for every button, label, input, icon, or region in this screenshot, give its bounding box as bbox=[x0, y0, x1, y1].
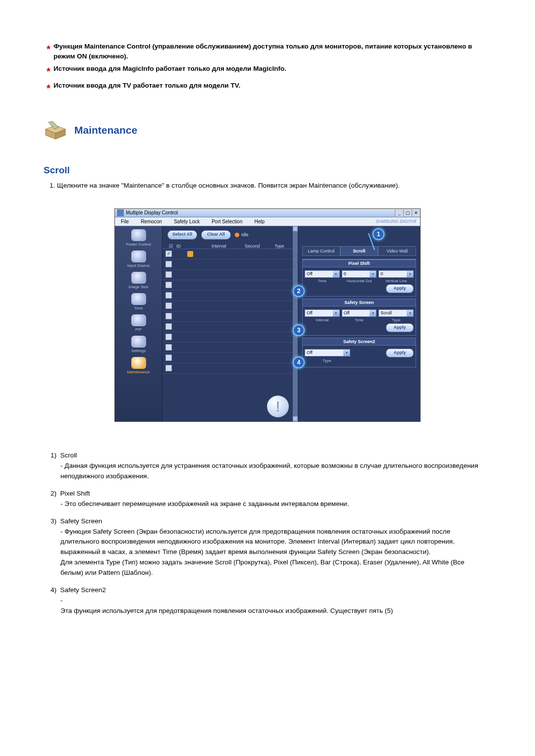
tab-video-wall[interactable]: Video Wall bbox=[378, 246, 416, 256]
panel-head-safety-screen2: Safety Screen2 bbox=[302, 338, 416, 346]
right-panel: 1 Lamp Control Scroll Video Wall Pixel S… bbox=[298, 226, 420, 421]
chevron-down-icon: ▾ bbox=[370, 271, 376, 277]
chevron-down-icon: ▾ bbox=[343, 350, 350, 356]
table-row[interactable] bbox=[162, 363, 293, 374]
row-checkbox[interactable] bbox=[165, 354, 172, 361]
sidebar-item-time[interactable]: Time bbox=[131, 293, 146, 310]
close-icon[interactable]: ✕ bbox=[412, 209, 420, 216]
window-title-bar: Multiple Display Control _ ▢ ✕ bbox=[115, 209, 420, 217]
sidebar-item-power[interactable]: Power Control bbox=[126, 229, 151, 247]
safety-interval-select[interactable]: Off▾ bbox=[305, 309, 340, 317]
row-checkbox[interactable] bbox=[165, 251, 172, 257]
callout-4: 4 bbox=[293, 356, 305, 368]
step-1: 1. Щелкните на значке "Maintenance" в ст… bbox=[50, 181, 491, 191]
menu-safety-lock[interactable]: Safety Lock bbox=[168, 217, 206, 226]
row-checkbox[interactable] bbox=[165, 323, 172, 330]
tab-scroll[interactable]: Scroll bbox=[340, 246, 378, 256]
clear-all-button[interactable]: Clear All bbox=[201, 230, 231, 240]
callout-3: 3 bbox=[293, 324, 305, 336]
sidebar-item-pip[interactable]: PIP bbox=[131, 314, 146, 332]
table-row[interactable] bbox=[162, 301, 293, 311]
definition-list: 1) Scroll - Данная функция используется … bbox=[48, 452, 487, 616]
center-pane: Select All Clear All Idle ☑ ID Interval bbox=[162, 226, 293, 421]
definition-item: 2) Pixel Shift - Это обеспечивает переме… bbox=[51, 490, 487, 509]
idle-status: Idle bbox=[235, 232, 249, 237]
chevron-down-icon: ▾ bbox=[333, 310, 339, 316]
callout-1: 1 bbox=[373, 228, 384, 240]
row-checkbox[interactable] bbox=[165, 344, 172, 351]
menu-help[interactable]: Help bbox=[248, 217, 270, 226]
grid-header: ☑ ID Interval Second Type bbox=[162, 244, 293, 249]
grid-body bbox=[162, 249, 293, 389]
table-row[interactable] bbox=[162, 270, 293, 280]
callout-2: 2 bbox=[293, 285, 305, 297]
safety-time-select[interactable]: Off▾ bbox=[342, 309, 377, 317]
tab-lamp-control[interactable]: Lamp Control bbox=[302, 246, 340, 256]
apply-button[interactable]: Apply bbox=[386, 349, 414, 357]
definition-item: 1) Scroll - Данная функция используется … bbox=[51, 452, 487, 482]
sidebar-item-settings[interactable]: Settings bbox=[131, 336, 146, 353]
pixel-shift-v-select[interactable]: 0▾ bbox=[378, 270, 414, 278]
note-text: Источник ввода для MagicInfo работает то… bbox=[54, 64, 491, 74]
maintenance-icon bbox=[44, 120, 67, 140]
table-row[interactable] bbox=[162, 259, 293, 270]
brand-label: SAMSUNG DIGITAll bbox=[372, 217, 420, 226]
maximize-icon[interactable]: ▢ bbox=[403, 209, 412, 216]
panel-safety-screen: 3 Off▾ Off▾ Scroll▾ Interval Time Type bbox=[302, 306, 416, 336]
table-row[interactable] bbox=[162, 249, 293, 259]
safety-type-select[interactable]: Scroll▾ bbox=[378, 309, 414, 317]
app-icon bbox=[117, 209, 124, 216]
star-icon: * bbox=[44, 81, 54, 96]
row-checkbox[interactable] bbox=[165, 365, 172, 371]
row-checkbox[interactable] bbox=[165, 334, 172, 340]
chevron-down-icon: ▾ bbox=[370, 310, 376, 316]
sidebar-item-input[interactable]: Input Source bbox=[127, 251, 150, 268]
panel-pixel-shift: 2 Off▾ 0▾ 0▾ Time Horizontal Dot Vertica… bbox=[302, 267, 416, 297]
row-checkbox[interactable] bbox=[165, 313, 172, 319]
subsection-title: Scroll bbox=[44, 165, 491, 176]
minimize-icon[interactable]: _ bbox=[395, 209, 403, 216]
row-checkbox[interactable] bbox=[165, 282, 172, 288]
table-row[interactable] bbox=[162, 343, 293, 353]
safety2-type-select[interactable]: Off▾ bbox=[305, 349, 350, 356]
definition-item: 4) Safety Screen2 - Эта функция использу… bbox=[51, 586, 487, 616]
window-title: Multiple Display Control bbox=[126, 210, 178, 215]
panel-head-pixel-shift: Pixel Shift bbox=[302, 259, 416, 267]
sidebar-item-image-size[interactable]: Image Size bbox=[128, 272, 148, 289]
panel-safety-screen2: 4 Off▾ Apply Type bbox=[302, 346, 416, 367]
table-row[interactable] bbox=[162, 291, 293, 301]
status-icon bbox=[187, 251, 193, 257]
chevron-down-icon: ▾ bbox=[407, 310, 413, 316]
table-row[interactable] bbox=[162, 332, 293, 343]
row-checkbox[interactable] bbox=[165, 271, 172, 278]
table-row[interactable] bbox=[162, 353, 293, 363]
apply-button[interactable]: Apply bbox=[386, 284, 414, 293]
screenshot-figure: Multiple Display Control _ ▢ ✕ File Remo… bbox=[44, 208, 491, 422]
sidebar-item-maintenance[interactable]: Maintenance bbox=[127, 357, 150, 374]
menu-remocon[interactable]: Remocon bbox=[135, 217, 168, 226]
menu-port-selection[interactable]: Port Selection bbox=[206, 217, 248, 226]
note-text: Источник ввода для TV работает только дл… bbox=[54, 81, 491, 91]
panel-head-safety-screen: Safety Screen bbox=[302, 299, 416, 306]
row-checkbox[interactable] bbox=[165, 302, 172, 309]
pixel-shift-time-select[interactable]: Off▾ bbox=[305, 270, 340, 278]
table-row[interactable] bbox=[162, 322, 293, 332]
chevron-down-icon: ▾ bbox=[407, 271, 413, 277]
apply-button[interactable]: Apply bbox=[386, 323, 414, 332]
pixel-shift-h-select[interactable]: 0▾ bbox=[342, 270, 377, 278]
menu-file[interactable]: File bbox=[115, 217, 135, 226]
star-icon: * bbox=[44, 42, 54, 56]
note-text: Функция Maintenance Control (управление … bbox=[54, 42, 491, 62]
row-checkbox[interactable] bbox=[165, 261, 172, 267]
idle-dot-icon bbox=[235, 233, 239, 237]
table-row[interactable] bbox=[162, 311, 293, 322]
menu-bar: File Remocon Safety Lock Port Selection … bbox=[115, 217, 420, 226]
note-list: * Функция Maintenance Control (управлени… bbox=[44, 42, 491, 96]
row-checkbox[interactable] bbox=[165, 292, 172, 299]
select-all-button[interactable]: Select All bbox=[167, 230, 197, 240]
scrollbar[interactable]: ▲ ▼ bbox=[293, 226, 298, 421]
info-icon: ! bbox=[267, 396, 289, 417]
table-row[interactable] bbox=[162, 280, 293, 291]
section-header: Maintenance bbox=[44, 120, 491, 140]
star-icon: * bbox=[44, 64, 54, 79]
